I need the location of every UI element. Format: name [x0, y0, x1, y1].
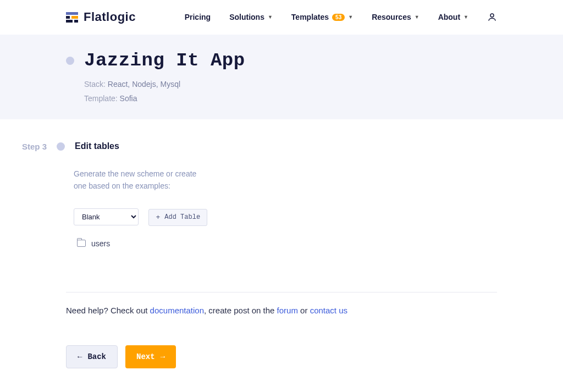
- arrow-right-icon: →: [161, 352, 165, 361]
- back-button[interactable]: ← Back: [66, 345, 118, 368]
- nav-solutions[interactable]: Solutions▼: [229, 13, 273, 21]
- stack-meta: Stack: React, Nodejs, Mysql: [84, 80, 245, 89]
- scheme-description: Generate the new scheme or create one ba…: [74, 168, 200, 192]
- main-nav: Pricing Solutions▼ Templates53▼ Resource…: [185, 12, 497, 22]
- caret-down-icon: ▼: [463, 14, 468, 20]
- top-header: Flatlogic Pricing Solutions▼ Templates53…: [0, 0, 563, 35]
- svg-point-0: [490, 14, 494, 17]
- plus-icon: +: [156, 213, 160, 222]
- arrow-left-icon: ←: [78, 352, 82, 361]
- project-banner: Jazzing It App Stack: React, Nodejs, Mys…: [0, 35, 563, 119]
- divider: [66, 292, 497, 292]
- main-content: Step 3 Edit tables Generate the new sche…: [0, 119, 563, 390]
- logo-icon: [66, 12, 78, 23]
- step-dot-icon: [57, 142, 65, 151]
- step-label: Step 3: [14, 142, 47, 151]
- brand-name: Flatlogic: [84, 10, 136, 24]
- next-button[interactable]: Next →: [125, 345, 176, 368]
- banner-dot-icon: [66, 57, 74, 65]
- user-icon: [487, 12, 497, 22]
- caret-down-icon: ▼: [268, 14, 273, 20]
- nav-pricing[interactable]: Pricing: [185, 13, 211, 21]
- folder-icon: [77, 240, 86, 247]
- step-title: Edit tables: [75, 141, 119, 151]
- scheme-select[interactable]: Blank: [74, 208, 139, 225]
- caret-down-icon: ▼: [415, 14, 420, 20]
- contact-link[interactable]: contact us: [310, 306, 347, 315]
- add-table-button[interactable]: + Add Table: [148, 209, 207, 226]
- templates-badge: 53: [332, 14, 345, 21]
- next-label: Next: [136, 352, 155, 361]
- back-label: Back: [87, 352, 106, 361]
- help-text: Need help? Check out documentation, crea…: [66, 306, 497, 315]
- caret-down-icon: ▼: [348, 14, 353, 20]
- app-title: Jazzing It App: [84, 50, 245, 71]
- nav-templates[interactable]: Templates53▼: [291, 13, 353, 21]
- table-name: users: [91, 239, 110, 248]
- user-menu[interactable]: [487, 12, 497, 22]
- template-meta: Template: Sofia: [84, 94, 245, 103]
- step-header: Step 3 Edit tables: [14, 141, 497, 151]
- add-table-label: Add Table: [164, 213, 200, 221]
- documentation-link[interactable]: documentation: [150, 306, 204, 315]
- nav-about[interactable]: About▼: [438, 13, 468, 21]
- action-buttons: ← Back Next →: [66, 345, 497, 368]
- forum-link[interactable]: forum: [277, 306, 298, 315]
- table-row[interactable]: users: [77, 239, 497, 248]
- brand-logo[interactable]: Flatlogic: [66, 10, 136, 24]
- nav-resources[interactable]: Resources▼: [372, 13, 420, 21]
